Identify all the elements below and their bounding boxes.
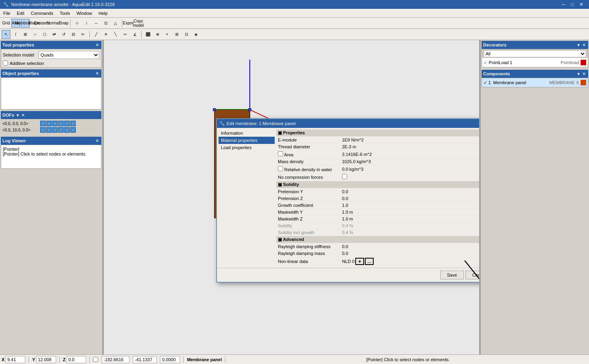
nav-information[interactable]: Information xyxy=(219,129,275,137)
minimize-button[interactable]: ─ xyxy=(559,2,568,7)
decorators-filter-select[interactable]: All xyxy=(484,50,586,57)
prop-maskwidth-z-value: 1.0 m xyxy=(340,216,479,222)
menu-file[interactable]: File xyxy=(0,9,14,17)
nav-material-properties[interactable]: Material properties xyxy=(219,137,275,144)
rel-density-checkbox[interactable] xyxy=(278,166,283,171)
prop-row-thread-diameter: Thread diameter 2E-3 m xyxy=(276,144,479,150)
dof-check-1-2[interactable]: ✓ xyxy=(52,127,58,133)
tool-properties-close[interactable]: ✕ xyxy=(95,42,100,48)
dofs-expand[interactable]: ▼ xyxy=(16,113,20,118)
prop-massdensity-name: Mass density xyxy=(276,158,340,165)
tb-icon2[interactable]: ↕ xyxy=(82,19,91,28)
menu-window[interactable]: Window xyxy=(73,9,95,17)
additive-selection-checkbox[interactable] xyxy=(3,61,8,66)
canvas-area[interactable]: 🔧 Edit membrane: 1 Membrane panel ✕ Info… xyxy=(104,40,479,354)
connect-tool[interactable]: ⇄ xyxy=(50,30,59,39)
normals-button[interactable]: Normals xyxy=(50,19,59,28)
prop-nld-name: Non-linear data xyxy=(276,257,340,266)
prop-reldensity-value: 0.0 kg/m^3 xyxy=(340,165,479,173)
tb2-icon10[interactable]: ⊡ xyxy=(182,30,191,39)
tb2-icon3[interactable]: ╲ xyxy=(111,30,120,39)
rotate-tool[interactable]: ↺ xyxy=(59,30,68,39)
prop-maskwidth-y-name: Maskwidth Y xyxy=(276,209,340,216)
prop-row-solidity-growth: Solidity incl growth 0.4 % xyxy=(276,229,479,236)
decorator-color-0 xyxy=(581,60,586,65)
tb2-icon4[interactable]: ═ xyxy=(121,30,130,39)
tb2-icon1[interactable]: ╱ xyxy=(92,30,101,39)
coord3-value: 0.0000 xyxy=(160,356,180,363)
area-checkbox[interactable] xyxy=(278,151,283,156)
menu-tools[interactable]: Tools xyxy=(57,9,73,17)
dof-check-0-4[interactable]: ✓ xyxy=(64,121,70,126)
selection-model-select[interactable]: Quads Triangles All xyxy=(38,51,99,59)
log-viewer-close[interactable]: ✕ xyxy=(95,138,100,144)
decorators-expand[interactable]: ▼ xyxy=(577,42,581,48)
menu-help[interactable]: Help xyxy=(95,9,111,17)
extrude-tool[interactable]: ⊨ xyxy=(79,30,87,39)
decorators-close[interactable]: ✕ xyxy=(581,42,587,48)
prop-rayleigh-stiff-value: 0.0 xyxy=(340,243,479,250)
prop-row-rel-density: Relative density in water 0.0 kg/m^3 xyxy=(276,165,479,173)
nld-dropdown-button[interactable]: ▼ xyxy=(355,258,364,265)
tool-properties-header: Tool properties ✕ xyxy=(1,41,101,49)
circle-tool[interactable]: ○ xyxy=(30,30,39,39)
section-solidity: ▣ Solidity xyxy=(276,181,479,188)
grid-tool[interactable]: ⊞ xyxy=(21,30,30,39)
dof-check-1-1[interactable]: ✓ xyxy=(46,127,52,133)
tb-icon3[interactable]: ↔ xyxy=(92,19,101,28)
save-button[interactable]: Save xyxy=(440,271,464,279)
tb-copy-model[interactable]: Copy model xyxy=(134,19,143,28)
tb2-icon6[interactable]: ⬛ xyxy=(144,30,152,39)
prop-massdensity-value: 1025.0 kg/m^3 xyxy=(340,158,479,165)
tb2-icon11[interactable]: ◈ xyxy=(192,30,200,39)
tb2-icon2[interactable]: ✕ xyxy=(101,30,110,39)
prop-row-mass-density: Mass density 1025.0 kg/m^3 xyxy=(276,158,479,165)
dofs-close[interactable]: ✕ xyxy=(20,113,26,118)
dof-check-1-0[interactable]: ✓ xyxy=(40,127,46,133)
dof-check-0-1[interactable]: ✓ xyxy=(46,121,52,126)
maximize-button[interactable]: □ xyxy=(569,2,576,7)
dof-check-0-5[interactable]: ✓ xyxy=(70,121,76,126)
dof-check-1-4[interactable]: ✓ xyxy=(64,127,70,133)
components-expand[interactable]: ▼ xyxy=(577,71,581,77)
snap-button[interactable]: Snap xyxy=(59,19,68,28)
y-label: Y xyxy=(32,357,35,362)
grid-button[interactable]: Grid xyxy=(2,19,10,28)
tb2-icon9[interactable]: ⊞ xyxy=(172,30,181,39)
components-close[interactable]: ✕ xyxy=(581,71,587,77)
decorator-check-0[interactable]: ✓ xyxy=(484,60,487,65)
nav-load-properties[interactable]: Load properties xyxy=(219,144,275,151)
tb-icon5[interactable]: △ xyxy=(111,19,120,28)
tb2-icon7[interactable]: ⊕ xyxy=(153,30,162,39)
panel-label: Membrane panel xyxy=(187,357,222,362)
line-tool[interactable]: / xyxy=(11,30,20,39)
nld-edit-button[interactable]: … xyxy=(365,258,374,265)
tb2-icon8[interactable]: + xyxy=(163,30,172,39)
selection-model-label: Selection model xyxy=(3,53,37,57)
toolbar2-sep2 xyxy=(141,30,142,38)
status-checkbox[interactable] xyxy=(93,357,98,362)
decorators-title: Decorators xyxy=(483,42,506,47)
dof-check-0-0[interactable]: ✓ xyxy=(40,121,46,126)
dof-check-1-5[interactable]: ✓ xyxy=(70,127,76,133)
section-advanced: ▣ Advanced xyxy=(276,236,479,243)
mirror-tool[interactable]: ⊟ xyxy=(69,30,78,39)
menu-edit[interactable]: Edit xyxy=(14,9,28,17)
tb-export[interactable]: Export xyxy=(124,19,133,28)
tb-icon1[interactable]: ⊹ xyxy=(73,19,81,28)
no-compression-checkbox[interactable] xyxy=(342,174,347,179)
close-window-button[interactable]: ✕ xyxy=(577,2,586,7)
hex-tool[interactable]: ⬡ xyxy=(40,30,49,39)
prop-growth-coeff-value: 1.0 xyxy=(340,202,479,209)
component-color-0 xyxy=(581,80,586,85)
object-properties-close[interactable]: ✕ xyxy=(95,71,100,76)
dof-check-0-2[interactable]: ✓ xyxy=(52,121,58,126)
dof-check-1-3[interactable]: ✓ xyxy=(58,127,64,133)
tb-icon4[interactable]: ⊡ xyxy=(101,19,110,28)
menu-commands[interactable]: Commands xyxy=(28,9,57,17)
pointer-tool[interactable]: ↖ xyxy=(2,30,10,39)
cancel-button[interactable]: Cancel xyxy=(466,271,479,279)
tb2-icon5[interactable]: ∡ xyxy=(130,30,139,39)
y-field: Y 12.008 xyxy=(32,356,56,363)
dof-check-0-3[interactable]: ✓ xyxy=(58,121,64,126)
